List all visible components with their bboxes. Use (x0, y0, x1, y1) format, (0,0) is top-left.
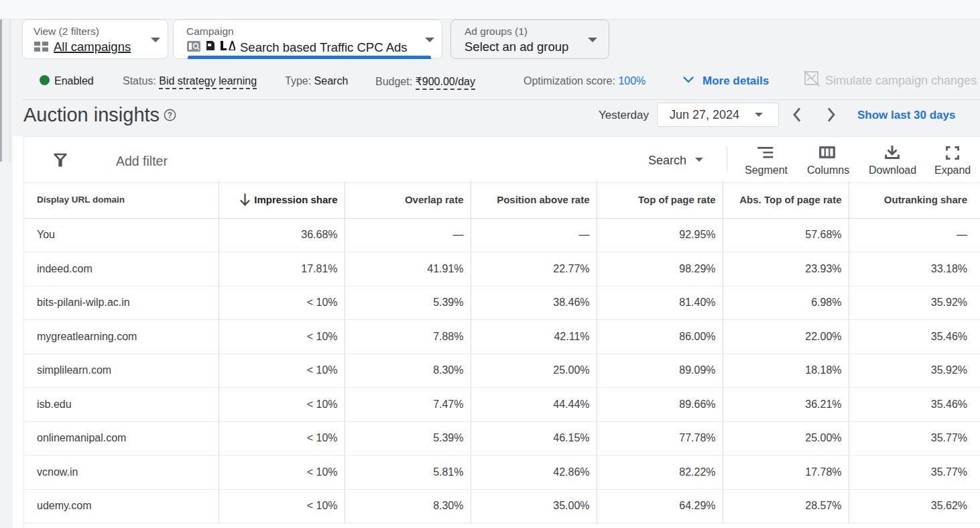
svg-text:?: ? (168, 111, 172, 120)
